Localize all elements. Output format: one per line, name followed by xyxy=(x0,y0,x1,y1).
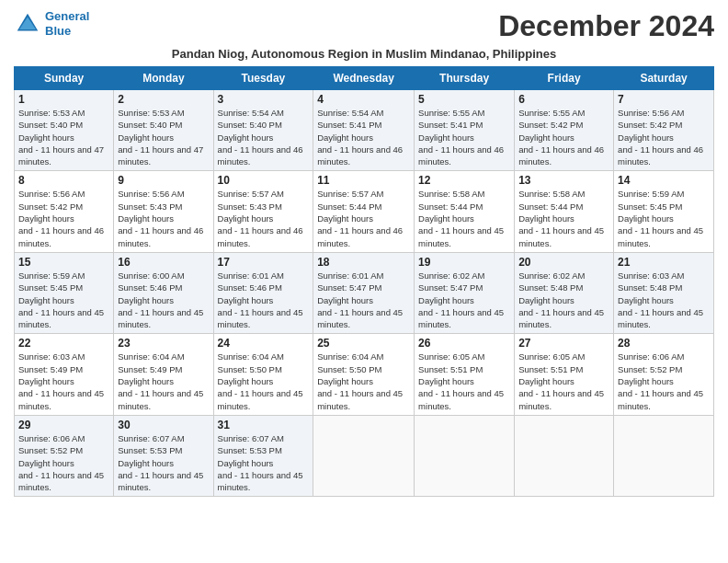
day-number: 5 xyxy=(418,93,510,106)
day-number: 25 xyxy=(317,337,410,350)
day-number: 28 xyxy=(618,337,710,350)
day-info: Sunrise: 5:58 AMSunset: 5:44 PMDaylight … xyxy=(418,188,510,248)
calendar-cell: 24Sunrise: 6:04 AMSunset: 5:50 PMDayligh… xyxy=(213,334,313,415)
day-number: 15 xyxy=(18,256,109,269)
day-number: 30 xyxy=(118,419,209,431)
day-number: 7 xyxy=(618,93,710,106)
day-header-friday: Friday xyxy=(515,67,614,90)
calendar-cell: 11Sunrise: 5:57 AMSunset: 5:44 PMDayligh… xyxy=(313,171,415,252)
calendar-cell: 16Sunrise: 6:00 AMSunset: 5:46 PMDayligh… xyxy=(114,252,213,333)
day-info: Sunrise: 6:02 AMSunset: 5:48 PMDaylight … xyxy=(518,270,609,330)
day-info: Sunrise: 5:54 AMSunset: 5:41 PMDaylight … xyxy=(317,107,410,167)
day-number: 9 xyxy=(118,174,209,187)
day-info: Sunrise: 6:03 AMSunset: 5:49 PMDaylight … xyxy=(18,350,109,411)
day-info: Sunrise: 6:01 AMSunset: 5:46 PMDaylight … xyxy=(218,270,310,330)
day-info: Sunrise: 5:57 AMSunset: 5:43 PMDaylight … xyxy=(218,188,310,248)
day-number: 4 xyxy=(317,93,410,106)
day-number: 23 xyxy=(118,337,209,350)
calendar-cell: 30Sunrise: 6:07 AMSunset: 5:53 PMDayligh… xyxy=(114,415,213,496)
calendar-cell: 4Sunrise: 5:54 AMSunset: 5:41 PMDaylight… xyxy=(313,90,415,171)
header: General Blue December 2024 xyxy=(14,9,714,43)
day-header-wednesday: Wednesday xyxy=(313,67,415,90)
calendar-week-row: 22Sunrise: 6:03 AMSunset: 5:49 PMDayligh… xyxy=(15,334,714,415)
day-number: 31 xyxy=(218,419,310,431)
calendar-cell: 8Sunrise: 5:56 AMSunset: 5:42 PMDaylight… xyxy=(15,171,114,252)
calendar-cell: 18Sunrise: 6:01 AMSunset: 5:47 PMDayligh… xyxy=(313,252,415,333)
day-number: 14 xyxy=(618,174,710,187)
calendar-cell: 26Sunrise: 6:05 AMSunset: 5:51 PMDayligh… xyxy=(415,334,515,415)
calendar-cell: 27Sunrise: 6:05 AMSunset: 5:51 PMDayligh… xyxy=(515,334,614,415)
calendar-cell: 9Sunrise: 5:56 AMSunset: 5:43 PMDaylight… xyxy=(114,171,213,252)
day-number: 11 xyxy=(317,174,410,187)
calendar-cell: 5Sunrise: 5:55 AMSunset: 5:41 PMDaylight… xyxy=(415,90,515,171)
calendar-cell: 22Sunrise: 6:03 AMSunset: 5:49 PMDayligh… xyxy=(15,334,114,415)
day-info: Sunrise: 5:59 AMSunset: 5:45 PMDaylight … xyxy=(618,188,710,248)
calendar-cell: 2Sunrise: 5:53 AMSunset: 5:40 PMDaylight… xyxy=(114,90,213,171)
day-info: Sunrise: 6:04 AMSunset: 5:50 PMDaylight … xyxy=(218,350,310,411)
calendar-table: SundayMondayTuesdayWednesdayThursdayFrid… xyxy=(14,66,714,497)
calendar-cell: 6Sunrise: 5:55 AMSunset: 5:42 PMDaylight… xyxy=(515,90,614,171)
page-title: December 2024 xyxy=(498,9,714,43)
subtitle: Pandan Niog, Autonomous Region in Muslim… xyxy=(14,47,714,61)
calendar-cell: 3Sunrise: 5:54 AMSunset: 5:40 PMDaylight… xyxy=(213,90,313,171)
day-number: 29 xyxy=(18,419,109,431)
calendar-cell: 15Sunrise: 5:59 AMSunset: 5:45 PMDayligh… xyxy=(15,252,114,333)
calendar-cell xyxy=(415,415,515,496)
day-number: 13 xyxy=(518,174,609,187)
day-header-tuesday: Tuesday xyxy=(213,67,313,90)
logo: General Blue xyxy=(14,9,89,38)
day-info: Sunrise: 6:01 AMSunset: 5:47 PMDaylight … xyxy=(317,270,410,330)
calendar-week-row: 29Sunrise: 6:06 AMSunset: 5:52 PMDayligh… xyxy=(15,415,714,496)
calendar-cell: 25Sunrise: 6:04 AMSunset: 5:50 PMDayligh… xyxy=(313,334,415,415)
calendar-cell: 23Sunrise: 6:04 AMSunset: 5:49 PMDayligh… xyxy=(114,334,213,415)
day-number: 16 xyxy=(118,256,209,269)
calendar-week-row: 15Sunrise: 5:59 AMSunset: 5:45 PMDayligh… xyxy=(15,252,714,333)
logo-icon xyxy=(14,10,41,38)
day-number: 12 xyxy=(418,174,510,187)
day-info: Sunrise: 5:59 AMSunset: 5:45 PMDaylight … xyxy=(18,270,109,330)
calendar-cell: 12Sunrise: 5:58 AMSunset: 5:44 PMDayligh… xyxy=(415,171,515,252)
calendar-cell: 10Sunrise: 5:57 AMSunset: 5:43 PMDayligh… xyxy=(213,171,313,252)
calendar-week-row: 1Sunrise: 5:53 AMSunset: 5:40 PMDaylight… xyxy=(15,90,714,171)
calendar-cell: 1Sunrise: 5:53 AMSunset: 5:40 PMDaylight… xyxy=(15,90,114,171)
day-info: Sunrise: 5:53 AMSunset: 5:40 PMDaylight … xyxy=(18,107,109,167)
day-info: Sunrise: 5:54 AMSunset: 5:40 PMDaylight … xyxy=(218,107,310,167)
day-number: 6 xyxy=(518,93,609,106)
calendar-cell xyxy=(515,415,614,496)
day-info: Sunrise: 6:06 AMSunset: 5:52 PMDaylight … xyxy=(618,350,710,411)
calendar-cell xyxy=(614,415,714,496)
day-info: Sunrise: 5:56 AMSunset: 5:42 PMDaylight … xyxy=(618,107,710,167)
day-number: 10 xyxy=(218,174,310,187)
calendar-cell: 31Sunrise: 6:07 AMSunset: 5:53 PMDayligh… xyxy=(213,415,313,496)
day-info: Sunrise: 6:07 AMSunset: 5:53 PMDaylight … xyxy=(118,432,209,493)
calendar-cell: 7Sunrise: 5:56 AMSunset: 5:42 PMDaylight… xyxy=(614,90,714,171)
day-number: 2 xyxy=(118,93,209,106)
calendar-cell: 19Sunrise: 6:02 AMSunset: 5:47 PMDayligh… xyxy=(415,252,515,333)
day-info: Sunrise: 5:53 AMSunset: 5:40 PMDaylight … xyxy=(118,107,209,167)
calendar-cell: 29Sunrise: 6:06 AMSunset: 5:52 PMDayligh… xyxy=(15,415,114,496)
day-number: 21 xyxy=(618,256,710,269)
day-header-thursday: Thursday xyxy=(415,67,515,90)
day-info: Sunrise: 5:55 AMSunset: 5:42 PMDaylight … xyxy=(518,107,609,167)
calendar-week-row: 8Sunrise: 5:56 AMSunset: 5:42 PMDaylight… xyxy=(15,171,714,252)
calendar-cell: 21Sunrise: 6:03 AMSunset: 5:48 PMDayligh… xyxy=(614,252,714,333)
day-number: 27 xyxy=(518,337,609,350)
day-number: 24 xyxy=(218,337,310,350)
day-info: Sunrise: 5:57 AMSunset: 5:44 PMDaylight … xyxy=(317,188,410,248)
calendar-header-row: SundayMondayTuesdayWednesdayThursdayFrid… xyxy=(15,67,714,90)
day-number: 18 xyxy=(317,256,410,269)
day-number: 3 xyxy=(218,93,310,106)
day-info: Sunrise: 6:02 AMSunset: 5:47 PMDaylight … xyxy=(418,270,510,330)
day-info: Sunrise: 6:04 AMSunset: 5:50 PMDaylight … xyxy=(317,350,410,411)
calendar-cell: 20Sunrise: 6:02 AMSunset: 5:48 PMDayligh… xyxy=(515,252,614,333)
day-number: 26 xyxy=(418,337,510,350)
calendar-cell: 13Sunrise: 5:58 AMSunset: 5:44 PMDayligh… xyxy=(515,171,614,252)
day-info: Sunrise: 6:05 AMSunset: 5:51 PMDaylight … xyxy=(518,350,609,411)
day-info: Sunrise: 6:03 AMSunset: 5:48 PMDaylight … xyxy=(618,270,710,330)
calendar-cell: 28Sunrise: 6:06 AMSunset: 5:52 PMDayligh… xyxy=(614,334,714,415)
day-header-sunday: Sunday xyxy=(15,67,114,90)
calendar-cell: 14Sunrise: 5:59 AMSunset: 5:45 PMDayligh… xyxy=(614,171,714,252)
logo-text: General Blue xyxy=(45,9,89,38)
day-number: 17 xyxy=(218,256,310,269)
page: General Blue December 2024 Pandan Niog, … xyxy=(0,0,728,506)
